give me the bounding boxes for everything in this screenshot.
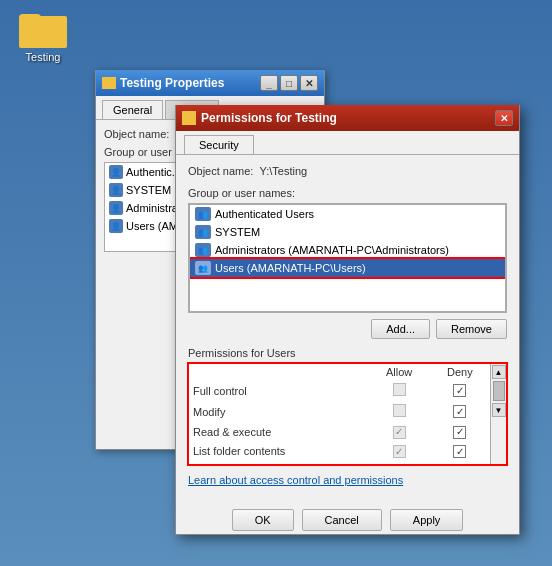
table-row: Full control	[189, 380, 506, 401]
user-icon	[109, 183, 123, 197]
group-item-auth[interactable]: Authenticated Users	[190, 205, 505, 223]
group-item-administrators[interactable]: Administrators (AMARNATH-PC\Administrato…	[190, 241, 505, 259]
group-icon	[195, 207, 211, 221]
folder-icon	[19, 8, 67, 48]
perm-col-name	[189, 364, 368, 380]
perm-read-execute: Read & execute	[189, 422, 368, 442]
learn-link-row: Learn about access control and permissio…	[188, 473, 507, 487]
close-icon[interactable]: ✕	[300, 75, 318, 91]
read-execute-allow-checkbox[interactable]	[393, 426, 406, 439]
tab-security[interactable]: Security	[184, 135, 254, 154]
modify-allow-checkbox[interactable]	[393, 404, 406, 417]
dialog-group-label: Group or user names:	[188, 187, 507, 199]
table-row: Read & execute	[189, 422, 506, 442]
maximize-button[interactable]: □	[280, 75, 298, 91]
group-listbox[interactable]: Authenticated Users SYSTEM Administrator…	[188, 203, 507, 313]
dialog-object-label: Object name:	[188, 165, 253, 177]
dialog-footer: OK Cancel Apply	[176, 501, 519, 539]
user-icon	[109, 219, 123, 233]
dialog-object-value: Y:\Testing	[259, 165, 307, 177]
dialog-object-name-row: Object name: Y:\Testing	[188, 165, 507, 177]
group-auth-label: Authenticated Users	[215, 208, 314, 220]
perm-col-allow: Allow	[368, 364, 429, 380]
remove-button[interactable]: Remove	[436, 319, 507, 339]
group-icon	[195, 225, 211, 239]
table-row: Modify	[189, 401, 506, 422]
user-auth-label: Authentic...	[126, 166, 181, 178]
modify-allow-cell[interactable]	[368, 401, 429, 422]
cancel-button[interactable]: Cancel	[302, 509, 382, 531]
group-item-users[interactable]: Users (AMARNATH-PC\Users)	[190, 259, 505, 277]
full-control-deny-cell[interactable]	[430, 380, 490, 401]
object-name-label: Object name:	[104, 128, 169, 140]
add-remove-row: Add... Remove	[188, 319, 507, 339]
user-icon	[109, 201, 123, 215]
user-system-label: SYSTEM	[126, 184, 171, 196]
scroll-down-button[interactable]: ▼	[492, 403, 506, 417]
list-folder-deny-checkbox[interactable]	[453, 445, 466, 458]
group-icon	[195, 243, 211, 257]
dialog-folder-icon	[182, 111, 196, 125]
folder-label: Testing	[26, 51, 61, 63]
table-row: Read	[189, 461, 506, 464]
permissions-section-label: Permissions for Users	[188, 347, 507, 359]
read-deny-cell[interactable]	[430, 461, 490, 464]
permissions-titlebar[interactable]: Permissions for Testing ✕	[176, 105, 519, 131]
dialog-close-button[interactable]: ✕	[495, 110, 513, 126]
perm-list-folder: List folder contents	[189, 442, 368, 462]
learn-link[interactable]: Learn about access control and permissio…	[188, 474, 403, 486]
permissions-scrollbar[interactable]: ▲ ▼	[490, 364, 506, 464]
perm-modify: Modify	[189, 401, 368, 422]
add-button[interactable]: Add...	[371, 319, 430, 339]
desktop: Testing Testing Properties _ □ ✕ General…	[0, 0, 552, 566]
list-folder-deny-cell[interactable]	[430, 442, 490, 462]
read-allow-cell[interactable]	[368, 461, 429, 464]
scroll-up-button[interactable]: ▲	[492, 365, 506, 379]
minimize-button[interactable]: _	[260, 75, 278, 91]
permissions-title: Permissions for Testing	[201, 111, 337, 125]
title-folder-icon	[102, 77, 116, 89]
permissions-table: Allow Deny Full control	[189, 364, 506, 464]
read-execute-deny-cell[interactable]	[430, 422, 490, 442]
read-execute-allow-cell[interactable]	[368, 422, 429, 442]
full-control-allow-cell[interactable]	[368, 380, 429, 401]
desktop-folder[interactable]: Testing	[8, 8, 78, 63]
window-controls: _ □ ✕	[260, 75, 318, 91]
list-folder-allow-cell[interactable]	[368, 442, 429, 462]
full-control-allow-checkbox[interactable]	[393, 383, 406, 396]
dialog-tabs: Security	[176, 131, 519, 155]
permissions-table-wrapper: Allow Deny Full control	[188, 363, 507, 465]
tab-general[interactable]: General	[102, 100, 163, 119]
group-admin-label: Administrators (AMARNATH-PC\Administrato…	[215, 244, 449, 256]
apply-button[interactable]: Apply	[390, 509, 464, 531]
user-icon	[109, 165, 123, 179]
perm-col-deny: Deny	[430, 364, 490, 380]
perm-read: Read	[189, 461, 368, 464]
group-users-label: Users (AMARNATH-PC\Users)	[215, 262, 366, 274]
group-icon	[195, 261, 211, 275]
modify-deny-cell[interactable]	[430, 401, 490, 422]
table-row: List folder contents	[189, 442, 506, 462]
properties-titlebar[interactable]: Testing Properties _ □ ✕	[96, 70, 324, 96]
permissions-dialog: Permissions for Testing ✕ Security Objec…	[175, 105, 520, 535]
dialog-controls: ✕	[495, 110, 513, 126]
read-execute-deny-checkbox[interactable]	[453, 426, 466, 439]
scroll-thumb[interactable]	[493, 381, 505, 401]
group-system-label: SYSTEM	[215, 226, 260, 238]
group-item-system[interactable]: SYSTEM	[190, 223, 505, 241]
list-folder-allow-checkbox[interactable]	[393, 445, 406, 458]
modify-deny-checkbox[interactable]	[453, 405, 466, 418]
dialog-body: Object name: Y:\Testing Group or user na…	[176, 155, 519, 497]
permissions-table-inner[interactable]: Allow Deny Full control	[189, 364, 506, 464]
ok-button[interactable]: OK	[232, 509, 294, 531]
properties-title: Testing Properties	[120, 76, 224, 90]
full-control-deny-checkbox[interactable]	[453, 384, 466, 397]
perm-full-control: Full control	[189, 380, 368, 401]
